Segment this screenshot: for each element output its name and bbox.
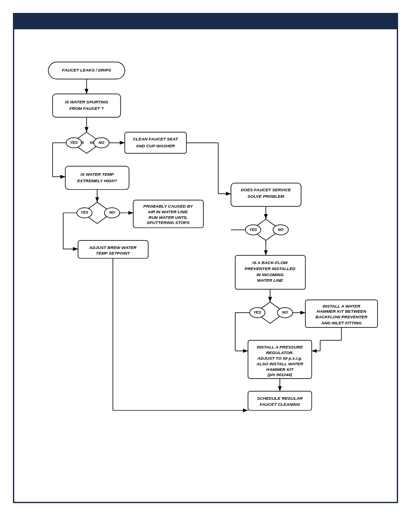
action6-node: SCHEDULE REGULAR FAUCET CLEANING bbox=[248, 391, 312, 410]
q4-line2: PREVENTER INSTALLED bbox=[245, 266, 296, 271]
diagram-area: FAUCET LEAKS / DRIPS IS WATER SPURTING F… bbox=[13, 29, 398, 503]
yes4-label: YES bbox=[253, 310, 261, 314]
action5-line6: (p/n 901244) bbox=[268, 372, 292, 377]
q1-line1: IS WATER SPURTING bbox=[65, 100, 109, 104]
start-label: FAUCET LEAKS / DRIPS bbox=[62, 68, 111, 72]
flowchart-svg: FAUCET LEAKS / DRIPS IS WATER SPURTING F… bbox=[23, 42, 388, 451]
action3-node: ADJUST BREW WATER TEMP SETPOINT bbox=[78, 240, 148, 258]
yes1-label: YES bbox=[70, 140, 78, 145]
action1-line2: AND CUP WASHER bbox=[135, 143, 175, 148]
yes3-label: YES bbox=[249, 227, 257, 232]
page: FAUCET LEAKS / DRIPS IS WATER SPURTING F… bbox=[0, 0, 411, 532]
q2-line1: IS WATER TEMP bbox=[81, 172, 114, 177]
action4-line4: AND INLET FITTING bbox=[321, 320, 362, 325]
no2-label: NO bbox=[109, 210, 115, 215]
yes1-oval: YES bbox=[66, 138, 81, 148]
svg-rect-3 bbox=[53, 94, 121, 117]
action5-node: INSTALL A PRESSURE REGULATOR. ADJUST TO … bbox=[248, 340, 312, 379]
header-bar bbox=[13, 13, 398, 29]
action5-line3: ADJUST TO 50 p.s.i.g. bbox=[257, 356, 302, 361]
action1-line1: CLEAN FAUCET SEAT bbox=[133, 137, 178, 141]
action2-node: PROBABLY CAUSED BY AIR IN WATER LINE. RU… bbox=[133, 200, 203, 228]
svg-rect-8 bbox=[65, 166, 129, 190]
q3-node: DOES FAUCET SERVICE SOLVE PROBLEM bbox=[231, 183, 301, 206]
action1-node: CLEAN FAUCET SEAT AND CUP WASHER bbox=[125, 132, 187, 153]
action5-line4: ALSO INSTALL WATER bbox=[256, 361, 303, 366]
action3-line1: ADJUST BREW WATER bbox=[89, 245, 137, 250]
q3-line2: SOLVE PROBLEM bbox=[248, 194, 285, 199]
q1-node: IS WATER SPURTING FROM FAUCET ? bbox=[53, 94, 121, 117]
action4-line3: BACKFLOW PREVENTER bbox=[315, 314, 367, 319]
svg-rect-24 bbox=[248, 391, 312, 410]
q4-line3: IN INCOMING bbox=[256, 272, 283, 277]
q1-line2: FROM FAUCET ? bbox=[69, 106, 104, 111]
action5-line2: REGULATOR. bbox=[266, 350, 293, 355]
no4-label: NO bbox=[282, 310, 288, 314]
no1-oval: NO bbox=[94, 138, 109, 148]
action2-line3: RUN WATER UNTIL bbox=[149, 215, 188, 220]
no3-label: NO bbox=[278, 227, 283, 232]
action5-line1: INSTALL A PRESSURE bbox=[257, 345, 303, 349]
start-node: FAUCET LEAKS / DRIPS bbox=[48, 62, 125, 79]
yes2-oval: YES bbox=[77, 208, 92, 218]
yes4-oval: YES bbox=[250, 308, 265, 318]
no3-oval: NO bbox=[273, 225, 288, 235]
q4-line1: IS A BACK-FLOW bbox=[252, 260, 289, 265]
action4-line1: INSTALL A WATER bbox=[323, 304, 361, 308]
action4-line2: HAMMER KIT BETWEEN bbox=[317, 309, 367, 314]
q4-node: IS A BACK-FLOW PREVENTER INSTALLED IN IN… bbox=[235, 255, 305, 289]
q3-line1: DOES FAUCET SERVICE bbox=[241, 187, 291, 192]
action3-line2: TEMP SETPOINT bbox=[96, 251, 131, 255]
action4-node: INSTALL A WATER HAMMER KIT BETWEEN BACKF… bbox=[305, 300, 378, 327]
no1-label: NO bbox=[99, 140, 104, 145]
q2-line2: EXTREMELY HIGH? bbox=[77, 178, 117, 183]
action2-line2: AIR IN WATER LINE. bbox=[147, 209, 189, 214]
action6-line1: SCHEDULE REGULAR bbox=[257, 396, 303, 401]
q2-node: IS WATER TEMP EXTREMELY HIGH? bbox=[65, 166, 129, 190]
q4-line4: WATER LINE bbox=[257, 278, 283, 283]
no2-oval: NO bbox=[104, 208, 119, 218]
action2-line1: PROBABLY CAUSED BY bbox=[143, 204, 194, 208]
no4-oval: NO bbox=[277, 308, 293, 318]
svg-rect-7 bbox=[125, 132, 187, 153]
action6-line2: FAUCET CLEANING bbox=[260, 402, 300, 407]
yes3-oval: YES bbox=[246, 225, 261, 235]
yes2-label: YES bbox=[81, 210, 88, 215]
action5-line5: HAMMER KIT bbox=[266, 367, 294, 372]
action2-line4: SPUTTERING STOPS bbox=[146, 220, 190, 225]
